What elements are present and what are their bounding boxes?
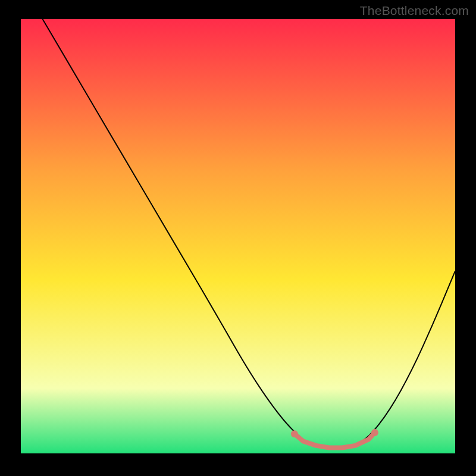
- optimal-zone-endpoint: [291, 430, 298, 437]
- watermark-text: TheBottleneck.com: [360, 4, 469, 18]
- chart-container: TheBottleneck.com: [0, 0, 476, 476]
- chart-svg: [0, 0, 476, 476]
- plot-background: [21, 19, 455, 453]
- optimal-zone-endpoint: [371, 429, 378, 436]
